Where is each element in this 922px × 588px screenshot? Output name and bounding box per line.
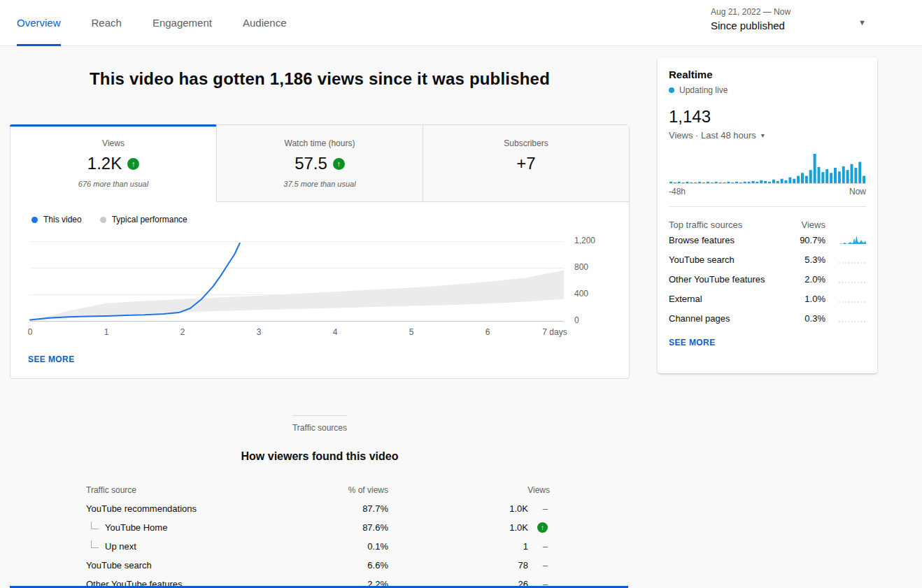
source-sparkline <box>839 254 866 265</box>
divider-label: Traffic sources <box>292 415 347 433</box>
metric-value: 57.5 <box>295 154 327 173</box>
tab-engagement[interactable]: Engagement <box>153 0 212 46</box>
source-views-percent: 90.7% <box>783 235 825 245</box>
realtime-source-other-youtube-features: Other YouTube features2.0% <box>669 269 866 289</box>
realtime-card: Realtime Updating live 1,143 Views · Las… <box>658 57 877 373</box>
tab-overview[interactable]: Overview <box>17 0 61 46</box>
updating-live-label: Updating live <box>679 85 728 95</box>
metric-label: Subscribers <box>423 138 629 148</box>
x-tick-label: 1 <box>104 327 109 337</box>
trend-up-icon: ↑ <box>127 158 139 170</box>
metric-value: +7 <box>516 154 535 173</box>
col-percent-of-views: % of views <box>283 485 388 495</box>
metric-tab-watch-time-hours[interactable]: Watch time (hours)57.5↑37.5 more than us… <box>216 125 423 202</box>
trend-cell: – <box>528 541 550 552</box>
source-views-percent: 5.3% <box>783 254 825 265</box>
source-label: Browse features <box>669 235 783 245</box>
source-sparkline <box>839 293 866 304</box>
metric-label: Watch time (hours) <box>217 138 423 148</box>
see-more-link[interactable]: SEE MORE <box>28 354 75 364</box>
realtime-views-count: 1,143 <box>669 107 866 127</box>
table-row-youtube-recommendations: YouTube recommendations87.7%1.0K– <box>86 499 550 518</box>
date-range-text: Aug 21, 2022 — Now <box>711 7 866 17</box>
x-tick-label: 4 <box>333 327 338 337</box>
metric-value-row: +7 <box>423 154 629 173</box>
metric-value-row: 57.5↑ <box>217 154 423 173</box>
source-views-percent: 1.0% <box>783 294 825 304</box>
legend-label: This video <box>43 215 82 224</box>
axis-right-label: Now <box>849 187 866 196</box>
metric-value-row: 1.2K↑ <box>10 154 216 173</box>
caret-down-icon: ▾ <box>761 131 765 139</box>
source-label: YouTube search <box>669 254 783 265</box>
x-tick-label: 3 <box>257 327 262 337</box>
section-divider: Traffic sources <box>0 415 639 433</box>
legend-dot-icon <box>100 217 106 223</box>
source-label: Channel pages <box>669 313 783 324</box>
axis-left-label: -48h <box>669 187 686 196</box>
section-title: How viewers found this video <box>0 450 639 463</box>
y-tick-label: 800 <box>574 262 588 272</box>
trend-up-icon: ↑ <box>537 522 548 533</box>
percent-cell: 0.1% <box>283 541 388 552</box>
trend-flat-icon: – <box>543 560 548 571</box>
source-label: External <box>669 294 783 304</box>
metric-tab-subscribers[interactable]: Subscribers+7 <box>423 125 629 202</box>
traffic-source-label: YouTube recommendations <box>86 503 197 514</box>
trend-flat-icon: – <box>543 503 548 514</box>
col-traffic-source: Traffic source <box>86 485 283 495</box>
traffic-source-cell: YouTube Home <box>86 522 283 534</box>
analytics-header: OverviewReachEngagementAudience Aug 21, … <box>0 0 922 46</box>
tab-reach[interactable]: Reach <box>92 0 122 46</box>
realtime-bar-chart-svg <box>669 151 866 183</box>
realtime-source-external: External1.0% <box>669 289 866 308</box>
traffic-source-label: YouTube Home <box>105 522 167 533</box>
realtime-range-selector[interactable]: Views · Last 48 hours ▾ <box>669 130 765 141</box>
date-range-selector[interactable]: Aug 21, 2022 — Now Since published ▼ <box>711 7 866 31</box>
sources-views-label: Views <box>783 220 825 230</box>
updating-live-status: Updating live <box>669 85 866 95</box>
views-cell: 1 <box>388 541 528 552</box>
views-cell: 1.0K <box>388 522 528 533</box>
traffic-table-header: Traffic source % of views Views <box>86 481 550 499</box>
x-tick-label: 7 days <box>542 327 567 337</box>
traffic-table-body: YouTube recommendations87.7%1.0K–YouTube… <box>86 499 550 588</box>
traffic-source-cell: YouTube recommendations <box>86 503 283 514</box>
trend-cell: – <box>528 560 550 571</box>
metric-label: Views <box>10 138 216 148</box>
source-sparkline <box>839 234 866 245</box>
table-row-youtube-home: YouTube Home87.6%1.0K↑ <box>86 518 550 537</box>
top-traffic-sources-header: Top traffic sources Views <box>669 220 866 230</box>
realtime-see-more-link[interactable]: SEE MORE <box>669 338 716 347</box>
analytics-tabs: OverviewReachEngagementAudience <box>17 0 287 46</box>
views-line-chart: 04008001,20001234567 days <box>10 230 630 350</box>
realtime-source-youtube-search: YouTube search5.3% <box>669 250 866 269</box>
traffic-source-label: Up next <box>105 541 136 552</box>
realtime-axis: -48h Now <box>669 187 866 196</box>
table-row-up-next: Up next0.1%1– <box>86 537 550 556</box>
realtime-title: Realtime <box>669 69 866 80</box>
metric-tab-views[interactable]: Views1.2K↑676 more than usual <box>10 125 216 202</box>
trend-cell: – <box>528 503 550 514</box>
source-sparkline <box>839 313 866 324</box>
trend-flat-icon: – <box>543 541 548 552</box>
percent-cell: 87.7% <box>283 503 388 514</box>
metric-value: 1.2K <box>87 154 122 173</box>
table-row-youtube-search: YouTube search6.6%78– <box>86 556 550 575</box>
tree-connector-icon <box>91 522 99 529</box>
col-views: Views <box>388 485 550 495</box>
sources-header-label: Top traffic sources <box>669 220 783 230</box>
tab-audience[interactable]: Audience <box>243 0 287 46</box>
y-tick-label: 0 <box>574 315 579 325</box>
trend-cell: ↑ <box>528 522 550 533</box>
source-views-percent: 0.3% <box>783 313 825 324</box>
source-views-percent: 2.0% <box>783 274 825 285</box>
x-tick-label: 2 <box>180 327 185 337</box>
legend-typical-performance: Typical performance <box>100 215 187 224</box>
realtime-range-label: Views · Last 48 hours <box>669 130 756 141</box>
x-tick-label: 5 <box>409 327 414 337</box>
realtime-source-channel-pages: Channel pages0.3% <box>669 308 866 328</box>
x-tick-label: 0 <box>28 327 33 337</box>
realtime-divider <box>669 206 866 207</box>
traffic-sources-table: Traffic source % of views Views YouTube … <box>86 481 550 588</box>
